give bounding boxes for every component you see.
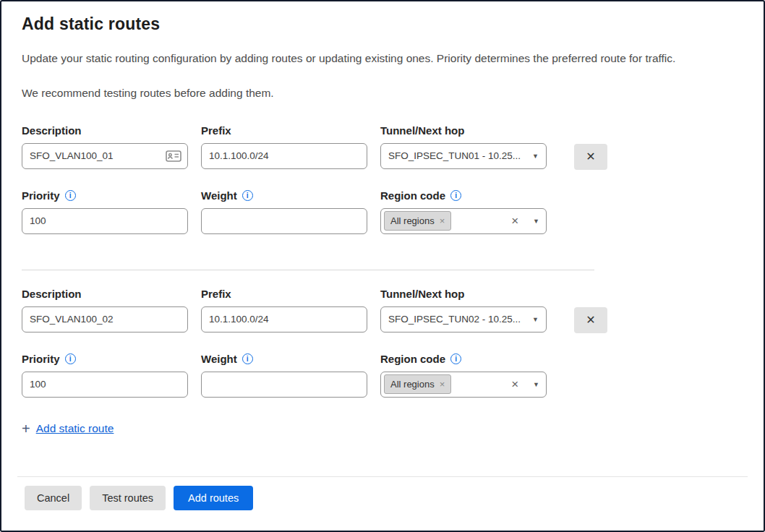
info-icon[interactable]: i: [450, 353, 461, 364]
description-field-group: Description: [22, 124, 188, 169]
remove-route-button[interactable]: ✕: [574, 307, 607, 333]
plus-icon: +: [22, 421, 30, 436]
region-field-group: Region code i All regions × × ▼: [380, 189, 547, 234]
prefix-input[interactable]: [201, 143, 367, 169]
description-input[interactable]: [22, 306, 188, 332]
clear-selection-icon[interactable]: ×: [511, 215, 518, 227]
region-tag-label: All regions: [390, 379, 435, 390]
prefix-label: Prefix: [201, 288, 367, 300]
info-icon[interactable]: i: [65, 190, 76, 201]
tag-remove-icon[interactable]: ×: [440, 215, 445, 226]
weight-label: Weight: [201, 353, 237, 365]
region-tag: All regions ×: [384, 374, 451, 394]
add-static-route-row: + Add static route: [22, 421, 743, 436]
description-input[interactable]: [22, 143, 188, 169]
remove-route-button[interactable]: ✕: [574, 144, 607, 170]
add-static-route-link[interactable]: Add static route: [36, 422, 114, 435]
description-field-group: Description: [22, 288, 188, 332]
tunnel-select[interactable]: SFO_IPSEC_TUN02 - 10.25... ▼: [380, 306, 547, 332]
chevron-down-icon: ▼: [532, 153, 539, 160]
region-code-label: Region code: [380, 189, 445, 202]
tunnel-select-value: SFO_IPSEC_TUN02 - 10.25...: [388, 314, 526, 325]
prefix-input[interactable]: [201, 306, 367, 332]
chevron-down-icon: ▼: [533, 381, 539, 388]
close-icon: ✕: [586, 314, 595, 326]
prefix-field-group: Prefix: [201, 288, 367, 332]
route-entry-2: Description Prefix Tunnel/Next hop SFO_I…: [22, 288, 743, 398]
region-multiselect[interactable]: All regions × × ▼: [380, 208, 547, 234]
priority-label: Priority: [22, 353, 60, 365]
cancel-button[interactable]: Cancel: [25, 486, 82, 510]
contact-card-icon: [166, 150, 181, 162]
region-field-group: Region code i All regions × × ▼: [380, 353, 547, 398]
description-label: Description: [22, 124, 188, 137]
weight-field-group: Weight i: [201, 189, 367, 234]
tunnel-field-group: Tunnel/Next hop SFO_IPSEC_TUN02 - 10.25.…: [380, 288, 547, 332]
description-label: Description: [22, 288, 188, 300]
tunnel-field-group: Tunnel/Next hop SFO_IPSEC_TUN01 - 10.25.…: [380, 124, 547, 169]
priority-field-group: Priority i: [22, 353, 188, 398]
tag-remove-icon[interactable]: ×: [440, 379, 445, 390]
weight-input[interactable]: [201, 208, 367, 234]
info-icon[interactable]: i: [450, 190, 461, 201]
close-icon: ✕: [586, 150, 595, 163]
region-tag: All regions ×: [384, 211, 451, 231]
priority-label: Priority: [22, 189, 60, 202]
prefix-field-group: Prefix: [201, 124, 367, 169]
chevron-down-icon: ▼: [532, 316, 539, 323]
info-icon[interactable]: i: [242, 353, 253, 364]
weight-label: Weight: [201, 189, 237, 202]
add-static-routes-dialog: Add static routes Update your static rou…: [0, 0, 765, 532]
prefix-label: Prefix: [201, 124, 367, 137]
tunnel-select-value: SFO_IPSEC_TUN01 - 10.25...: [388, 150, 526, 161]
dialog-note: We recommend testing routes before addin…: [22, 86, 743, 101]
info-icon[interactable]: i: [242, 190, 253, 201]
priority-field-group: Priority i: [22, 189, 188, 234]
priority-input[interactable]: [22, 208, 188, 234]
tunnel-select[interactable]: SFO_IPSEC_TUN01 - 10.25... ▼: [380, 143, 547, 169]
page-title: Add static routes: [22, 14, 743, 34]
add-routes-button[interactable]: Add routes: [174, 486, 253, 510]
weight-field-group: Weight i: [201, 353, 367, 398]
region-multiselect[interactable]: All regions × × ▼: [380, 372, 547, 398]
priority-input[interactable]: [22, 372, 188, 398]
region-tag-label: All regions: [390, 215, 435, 226]
route-divider: [22, 270, 594, 270]
route-entry-1: Description Prefix Tunnel/Next: [22, 124, 743, 234]
chevron-down-icon: ▼: [533, 218, 539, 225]
weight-input[interactable]: [201, 372, 367, 398]
info-icon[interactable]: i: [65, 353, 76, 364]
clear-selection-icon[interactable]: ×: [511, 378, 518, 390]
tunnel-label: Tunnel/Next hop: [380, 124, 547, 137]
tunnel-label: Tunnel/Next hop: [380, 288, 547, 300]
region-code-label: Region code: [380, 353, 445, 365]
test-routes-button[interactable]: Test routes: [90, 486, 166, 510]
dialog-description: Update your static routing configuration…: [22, 51, 743, 66]
dialog-footer: Cancel Test routes Add routes: [1, 476, 764, 531]
